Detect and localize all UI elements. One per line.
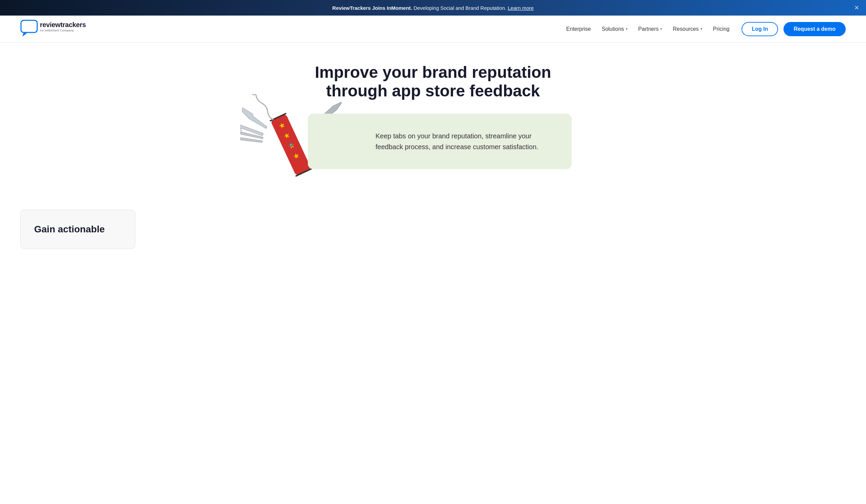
nav-link-resources[interactable]: Resources ▾ [673, 26, 702, 32]
announcement-close-button[interactable]: ✕ [854, 4, 859, 11]
logo-text: reviewtrackers [40, 21, 86, 29]
teaser-card: Gain actionable [20, 210, 135, 249]
announcement-normal: Developing Social and Brand Reputation. [413, 5, 506, 11]
svg-point-15 [290, 144, 292, 146]
nav-link-partners[interactable]: Partners ▾ [639, 26, 662, 32]
teaser-title: Gain actionable [34, 224, 121, 235]
hero-card-text: Keep tabs on your brand reputation, stre… [376, 131, 552, 152]
request-demo-button[interactable]: Request a demo [784, 22, 846, 36]
logo-icon [20, 20, 38, 37]
announcement-bar: ReviewTrackers Joins InMoment. Developin… [0, 0, 866, 15]
svg-point-13 [250, 94, 258, 96]
login-button[interactable]: Log In [742, 22, 778, 36]
partners-chevron-icon: ▾ [660, 27, 662, 31]
nav-link-pricing[interactable]: Pricing [713, 26, 730, 32]
nav-item-partners[interactable]: Partners ▾ [639, 26, 662, 32]
svg-rect-0 [21, 20, 37, 33]
announcement-bold: ReviewTrackers Joins InMoment. [332, 5, 412, 11]
solutions-chevron-icon: ▾ [626, 27, 628, 31]
logo-subtitle: An InMoment Company [40, 29, 86, 32]
nav-link-enterprise[interactable]: Enterprise [566, 26, 591, 32]
bottom-teaser-section: Gain actionable [0, 210, 866, 249]
logo[interactable]: reviewtrackers An InMoment Company [20, 20, 86, 38]
resources-chevron-icon: ▾ [701, 27, 702, 31]
nav-item-solutions[interactable]: Solutions ▾ [602, 26, 628, 32]
nav-item-pricing[interactable]: Pricing [713, 26, 730, 32]
nav-actions: Log In Request a demo [742, 22, 846, 36]
nav-item-resources[interactable]: Resources ▾ [673, 26, 702, 32]
navbar: reviewtrackers An InMoment Company Enter… [0, 15, 866, 43]
announcement-link[interactable]: Learn more [508, 5, 534, 11]
hero-section: Improve your brand reputation through ap… [0, 43, 866, 183]
nav-item-enterprise[interactable]: Enterprise [566, 26, 591, 32]
nav-links: Enterprise Solutions ▾ Partners ▾ Resour… [566, 26, 730, 32]
svg-marker-1 [22, 33, 27, 36]
nav-link-solutions[interactable]: Solutions ▾ [602, 26, 628, 32]
hero-card: Keep tabs on your brand reputation, stre… [308, 114, 572, 169]
hero-title: Improve your brand reputation through ap… [315, 63, 552, 100]
